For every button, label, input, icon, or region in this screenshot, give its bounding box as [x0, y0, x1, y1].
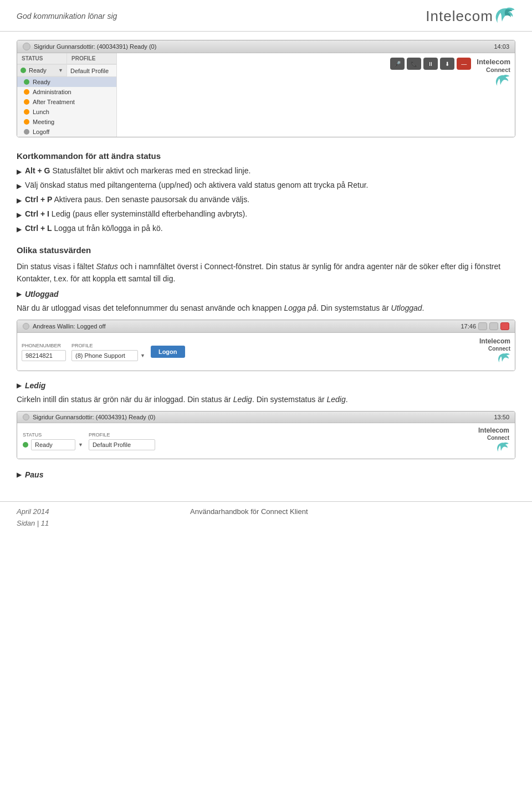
bullet-arrow-icon-3: ▶ [17, 196, 22, 205]
menu-item-meeting-label: Meeting [33, 119, 54, 125]
phonenumber-field[interactable]: 98214821 [22, 350, 66, 361]
ledig-bird-icon [495, 441, 509, 454]
profile-header-label: PROFILE [67, 53, 116, 64]
menu-item-logoff-label: Logoff [33, 129, 49, 135]
bullet-arrow-icon-5: ▶ [17, 224, 22, 234]
menu-item-lunch[interactable]: Lunch [17, 107, 116, 117]
dot-aftertreatment-icon [24, 99, 29, 105]
dot-lunch-icon [24, 109, 29, 115]
utloggad-min-icon [478, 322, 487, 330]
profile-col: PROFILE (8) Phone Support ▼ [71, 343, 145, 361]
ledig-status-arrow: ▼ [78, 442, 83, 448]
status-dot-green [21, 68, 26, 73]
bullet-alt-g: ▶ Alt + G Statusfältet blir aktivt och m… [17, 165, 515, 177]
status-selected-label: Ready [29, 67, 47, 74]
dropdown-arrow-icon: ▼ [58, 68, 63, 73]
ledig-profile-field[interactable]: Default Profile [89, 439, 155, 450]
bullet-arrow-icon-4: ▶ [17, 210, 22, 220]
menu-item-ready-selected[interactable]: Ready [17, 77, 116, 87]
ledig-title: Ledig [25, 381, 45, 390]
footer-manual-title: Användarhandbok för Connect Klient [190, 506, 308, 516]
footer-date: April 2014 [17, 506, 49, 518]
ledig-titlebar: Sigridur Gunnarsdottir: (40034391) Ready… [17, 412, 515, 423]
status-section-title: Olika statusvärden [17, 245, 515, 255]
phonenumber-header-label: PHONENUMBER [22, 343, 66, 348]
app-connect-logo-1: Intelecom Connect [477, 58, 510, 74]
bullet-ctrl-l: ▶ Ctrl + L Logga ut från kö/logga in på … [17, 223, 515, 234]
bullet-ctrl-p: ▶ Ctrl + P Aktivera paus. Den senaste pa… [17, 194, 515, 205]
page-header: God kommunikation lönar sig Intelecom [0, 0, 532, 32]
toolbar-pause-btn[interactable]: ⏸ [423, 58, 438, 70]
toolbar-phone-btn[interactable]: 📞 [407, 58, 421, 70]
utloggad-header: ▶ Utloggad [17, 290, 515, 299]
page-tagline: God kommunikation lönar sig [17, 12, 117, 20]
app-toolbar: 🎤 📞 ⏸ ⬇ — [390, 58, 471, 70]
app-main-1: 🎤 📞 ⏸ ⬇ — Intelecom Connect [117, 53, 515, 137]
keyboard-section: Kortkommandon för att ändra status ▶ Alt… [17, 151, 515, 234]
ledig-text: Cirkeln intill din status är grön när du… [17, 393, 515, 405]
page-footer: April 2014 Sidan | 11 Användarhandbok fö… [0, 501, 532, 534]
status-section: Olika statusvärden Din status visas i fä… [17, 245, 515, 479]
ledig-connect-logo: Intelecom Connect [478, 426, 509, 455]
utloggad-titlebar: Andreas Wallin: Logged off 17:46 [17, 320, 515, 333]
logo-bird-icon [493, 6, 515, 27]
app-bird-icon-1 [494, 74, 510, 88]
utloggad-text: När du är utloggad visas det telefonnumm… [17, 302, 515, 314]
arrow-paus-icon: ▶ [17, 471, 22, 479]
ledig-status-field[interactable]: Ready [31, 439, 75, 450]
arrow-utloggad-icon: ▶ [17, 290, 22, 298]
profile-dropdown-arrow: ▼ [140, 353, 145, 358]
ledig-time: 13:50 [494, 414, 509, 420]
menu-item-ready-label: Ready [33, 79, 50, 85]
bullet-arrow-icon-2: ▶ [17, 181, 22, 191]
app-title-text: Sigridur Gunnarsdottir: (40034391) Ready… [34, 43, 156, 50]
profile-dropdown[interactable]: Default Profile [67, 65, 116, 76]
footer-date-page: April 2014 Sidan | 11 [17, 506, 49, 530]
app-sidebar-1: STATUS PROFILE Ready ▼ Default Profile [17, 53, 117, 137]
footer-page: Sidan | 11 [17, 518, 49, 530]
bullet-ctrl-l-text: Ctrl + L Logga ut från kö/logga in på kö… [25, 223, 163, 234]
app-titlebar-1: Sigridur Gunnarsdottir: (40034391) Ready… [17, 40, 515, 53]
menu-item-administration[interactable]: Administration [17, 87, 116, 97]
bullet-ctrl-i-text: Ctrl + I Ledig (paus eller systeminställ… [25, 208, 247, 220]
ledig-profile-col: PROFILE Default Profile [89, 432, 155, 450]
dot-logoff-icon [24, 129, 29, 135]
dot-meeting-icon [24, 119, 29, 125]
logon-button[interactable]: Logon [151, 346, 185, 358]
status-header-label: STATUS [17, 53, 67, 64]
dot-admin-icon [24, 89, 29, 95]
logo-area: Intelecom [426, 6, 515, 27]
bullet-ctrl-p-text: Ctrl + P Aktivera paus. Den senaste paus… [25, 194, 249, 205]
ledig-header: ▶ Ledig [17, 381, 515, 390]
titlebar-left: Sigridur Gunnarsdottir: (40034391) Ready… [23, 43, 156, 50]
paus-header: ▶ Paus [17, 470, 515, 479]
menu-item-meeting[interactable]: Meeting [17, 117, 116, 127]
utloggad-screenshot: Andreas Wallin: Logged off 17:46 PHONENU… [17, 320, 515, 371]
ledig-status-header: STATUS [23, 432, 83, 438]
toolbar-mic-btn[interactable]: 🎤 [390, 58, 405, 70]
ledig-status-dot [23, 442, 28, 448]
menu-item-logoff[interactable]: Logoff [17, 127, 116, 137]
toolbar-hangup-btn[interactable]: — [457, 58, 471, 70]
page-content: Sigridur Gunnarsdottir: (40034391) Ready… [0, 32, 532, 501]
ledig-body: STATUS Ready ▼ PROFILE Default Profile I… [17, 423, 515, 459]
utloggad-title: Utloggad [25, 290, 59, 299]
utloggad-time: 17:46 [461, 323, 476, 330]
toolbar-down-btn[interactable]: ⬇ [440, 58, 454, 70]
arrow-ledig-icon: ▶ [17, 382, 22, 389]
app-body-1: STATUS PROFILE Ready ▼ Default Profile [17, 53, 515, 137]
menu-item-aftertreatment[interactable]: After Treatment [17, 97, 116, 107]
profile-col-header: PROFILE [71, 343, 145, 348]
bullet-arrow-icon: ▶ [17, 167, 22, 177]
bullet-piltangenterna-text: Välj önskad status med piltangenterna (u… [25, 179, 368, 191]
ledig-status-col: STATUS Ready ▼ [23, 432, 83, 450]
dot-ready-icon [24, 79, 29, 85]
utloggad-max-icon [489, 322, 498, 330]
close-btn-icon[interactable] [23, 43, 30, 50]
utloggad-titlebar-right: 17:46 [461, 322, 509, 330]
profile-field[interactable]: (8) Phone Support [71, 350, 138, 361]
utloggad-connect-logo: Intelecom Connect [479, 337, 510, 366]
utloggad-title-text: Andreas Wallin: Logged off [33, 323, 105, 330]
status-dropdown[interactable]: Ready ▼ [17, 65, 67, 76]
utloggad-bird-icon [497, 352, 510, 364]
